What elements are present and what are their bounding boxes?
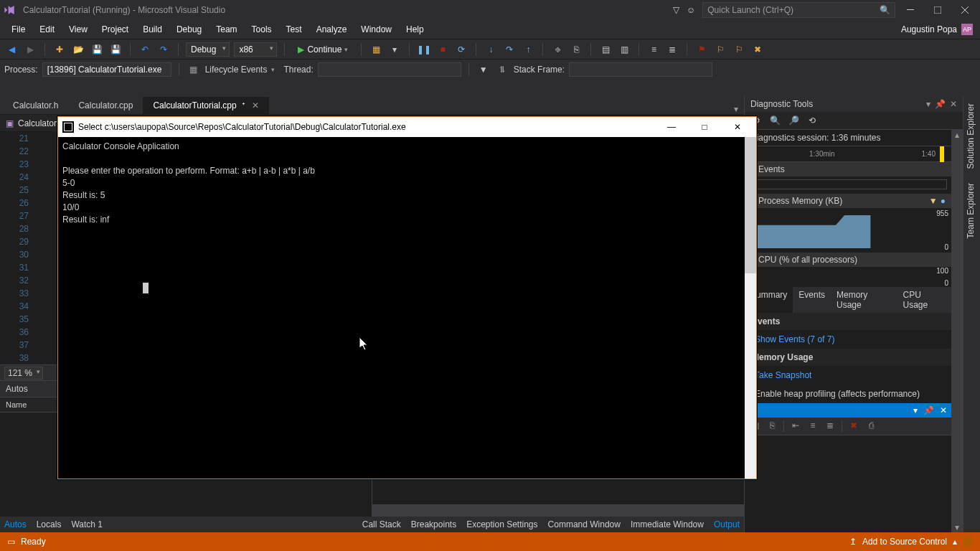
h-scrollbar[interactable] <box>372 505 744 517</box>
tab-tutorial-cpp[interactable]: CalculatorTutorial.cpp ᐩ ✕ <box>143 97 269 114</box>
console-maximize[interactable]: □ <box>690 119 719 135</box>
prev-bookmark-icon[interactable]: ⚐ <box>713 42 727 57</box>
redo-icon[interactable]: ↷ <box>156 42 171 57</box>
cpu-header[interactable]: CPU (% of all processors) <box>755 255 946 265</box>
comment-icon[interactable]: ≡ <box>646 42 661 57</box>
open-file-icon[interactable]: 📂 <box>71 42 85 57</box>
debug-target-icon[interactable]: ▦ <box>369 42 383 57</box>
save-all-icon[interactable]: 💾 <box>108 42 123 57</box>
next-bookmark-icon[interactable]: ⚐ <box>732 42 746 57</box>
maximize-button[interactable] <box>925 1 950 19</box>
debug-options-icon[interactable]: ▾ <box>387 42 402 57</box>
btab-output[interactable]: Output <box>714 519 740 529</box>
minimize-button[interactable] <box>898 1 923 19</box>
nav-back-icon[interactable]: ◀ <box>4 42 19 57</box>
zoom-dropdown[interactable]: 121 % <box>4 367 43 380</box>
mt-icon-6[interactable]: ✖ <box>848 420 859 432</box>
cpu-chart[interactable]: 100 0 <box>745 267 951 287</box>
btab-callstack[interactable]: Call Stack <box>362 519 401 529</box>
reset-zoom-icon[interactable]: ⟲ <box>806 115 818 126</box>
quick-launch-input[interactable]: Quick Launch (Ctrl+Q) 🔍 <box>702 2 895 18</box>
step-into-icon[interactable]: ↓ <box>484 42 498 57</box>
bookmark-icon[interactable]: ⚑ <box>694 42 709 57</box>
menu-tools[interactable]: Tools <box>245 22 279 37</box>
close-tab-icon[interactable]: ✕ <box>252 100 259 110</box>
mt-icon-4[interactable]: ≡ <box>807 420 819 432</box>
side-tab-solution-explorer[interactable]: Solution Explorer <box>963 96 978 176</box>
diag-tab-mem[interactable]: Memory Usage <box>831 287 897 313</box>
tab-calculator-cpp[interactable]: Calculator.cpp <box>68 97 143 114</box>
new-project-icon[interactable]: ✚ <box>52 42 67 57</box>
panel-menu2-icon[interactable]: ▾ <box>913 405 918 415</box>
mt-icon-7[interactable]: ⎙ <box>865 420 877 432</box>
menu-help[interactable]: Help <box>399 22 431 37</box>
uncomment-icon[interactable]: ≣ <box>665 42 679 57</box>
close2-icon[interactable]: ✕ <box>940 405 947 415</box>
stackframe-field[interactable] <box>569 62 712 77</box>
mem-header[interactable]: Process Memory (KB) <box>755 196 929 206</box>
memory-chart[interactable]: 955 0 <box>745 208 951 253</box>
btab-command[interactable]: Command Window <box>548 519 621 529</box>
tb-icon-d[interactable]: ▥ <box>617 42 631 57</box>
item-snapshot[interactable]: Take Snapshot <box>745 366 951 385</box>
clear-bookmarks-icon[interactable]: ✖ <box>750 42 765 57</box>
threads-icon[interactable]: ⥮ <box>495 62 509 77</box>
item-heap[interactable]: Enable heap profiling (affects performan… <box>745 385 951 403</box>
tb-icon-b[interactable]: ⎘ <box>569 42 583 57</box>
diag-lower-body[interactable] <box>745 435 951 532</box>
console-body[interactable]: Calculator Console Application Please en… <box>58 137 756 479</box>
panel-menu-icon[interactable]: ▾ <box>926 99 930 109</box>
process-field[interactable] <box>42 62 171 77</box>
menu-file[interactable]: File <box>4 22 32 37</box>
stop-icon[interactable]: ■ <box>435 42 450 57</box>
close-button[interactable] <box>953 1 977 19</box>
mt-icon-5[interactable]: ≣ <box>824 420 836 432</box>
continue-button[interactable]: ▶ Continue ▾ <box>292 43 354 56</box>
tab-calculator-h[interactable]: Calculator.h <box>3 97 68 114</box>
close-panel-icon[interactable]: ✕ <box>950 99 957 109</box>
filter-icon[interactable]: ▼ <box>476 62 491 77</box>
selected-panel-header[interactable]: ▾ 📌 ✕ <box>745 403 951 418</box>
menu-team[interactable]: Team <box>209 22 244 37</box>
console-titlebar[interactable]: Select c:\users\aupopa\Source\Repos\Calc… <box>58 117 756 137</box>
side-tab-team-explorer[interactable]: Team Explorer <box>963 176 978 245</box>
platform-dropdown[interactable]: x86 <box>234 42 277 57</box>
thread-field[interactable] <box>318 62 461 77</box>
lifecycle-label[interactable]: Lifecycle Events <box>205 65 268 75</box>
diag-scrollbar[interactable]: ▴▾ <box>951 130 963 532</box>
zoom-in-icon[interactable]: 🔍 <box>769 115 781 126</box>
source-control-button[interactable]: Add to Source Control <box>862 537 947 547</box>
pin-icon[interactable]: 📌 <box>935 99 946 109</box>
btab-autos[interactable]: Autos <box>4 519 27 529</box>
lifecycle-icon[interactable]: ▦ <box>187 62 201 77</box>
time-ruler[interactable]: 1:30min 1:40 <box>745 146 951 162</box>
tb-icon-c[interactable]: ▤ <box>598 42 613 57</box>
menu-build[interactable]: Build <box>136 22 169 37</box>
mt-icon-3[interactable]: ⇤ <box>790 420 801 432</box>
signed-in-user[interactable]: Augustin Popa AP <box>901 24 980 35</box>
btab-watch[interactable]: Watch 1 <box>71 519 103 529</box>
events-header[interactable]: Events <box>755 164 946 174</box>
menu-view[interactable]: View <box>62 22 95 37</box>
menu-debug[interactable]: Debug <box>169 22 209 37</box>
tb-icon-a[interactable]: ⎆ <box>550 42 565 57</box>
menu-window[interactable]: Window <box>354 22 399 37</box>
menu-edit[interactable]: Edit <box>32 22 62 37</box>
zoom-out-icon[interactable]: 🔎 <box>788 115 799 126</box>
console-minimize[interactable]: — <box>657 119 686 135</box>
nav-fwd-icon[interactable]: ▶ <box>23 42 37 57</box>
btab-exception[interactable]: Exception Settings <box>466 519 537 529</box>
feedback-icon[interactable]: ☺ <box>687 5 695 15</box>
btab-immediate[interactable]: Immediate Window <box>631 519 704 529</box>
console-close[interactable]: ✕ <box>723 119 752 135</box>
step-over-icon[interactable]: ↷ <box>502 42 517 57</box>
menu-analyze[interactable]: Analyze <box>309 22 354 37</box>
pin2-icon[interactable]: 📌 <box>923 405 934 415</box>
publish-icon[interactable]: ↥ <box>849 537 857 547</box>
btab-locals[interactable]: Locals <box>37 519 62 529</box>
chevron-up-icon[interactable]: ▴ <box>953 537 957 547</box>
save-icon[interactable]: 💾 <box>90 42 104 57</box>
mt-icon-2[interactable]: ⎘ <box>766 420 778 432</box>
menu-project[interactable]: Project <box>95 22 136 37</box>
btab-breakpoints[interactable]: Breakpoints <box>411 519 456 529</box>
